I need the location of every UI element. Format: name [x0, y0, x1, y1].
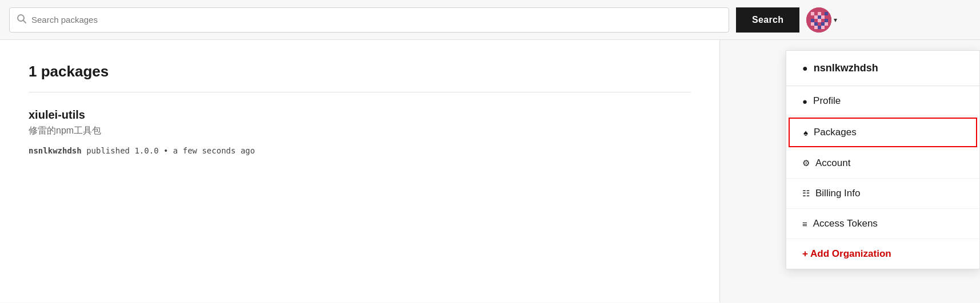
account-icon: ⚙: [802, 158, 810, 168]
avatar: [806, 7, 831, 33]
dropdown-item-add-org[interactable]: + Add Organization: [786, 239, 979, 269]
svg-rect-5: [818, 12, 821, 15]
svg-rect-25: [818, 26, 821, 29]
svg-rect-17: [825, 19, 828, 22]
svg-rect-24: [814, 26, 818, 29]
search-container: [9, 7, 729, 33]
svg-rect-10: [818, 15, 821, 19]
svg-line-1: [23, 20, 26, 23]
svg-rect-4: [814, 12, 818, 15]
dropdown-access-tokens-label: Access Tokens: [813, 218, 878, 229]
avatar-wrapper[interactable]: ▾: [806, 7, 837, 33]
dropdown-item-account[interactable]: ⚙ Account: [786, 148, 979, 179]
svg-rect-12: [825, 15, 828, 19]
svg-rect-19: [814, 22, 818, 26]
main-content: 1 packages xiulei-utils 修雷的npm工具包 nsnlkw…: [0, 40, 720, 302]
search-input[interactable]: [31, 15, 722, 25]
svg-rect-23: [811, 26, 814, 29]
billing-icon: ☷: [802, 188, 810, 199]
svg-rect-16: [821, 19, 825, 22]
svg-rect-15: [818, 19, 821, 22]
profile-icon: ●: [802, 96, 807, 106]
header: Search: [0, 0, 980, 40]
svg-rect-18: [811, 22, 814, 26]
svg-rect-14: [814, 19, 818, 22]
access-tokens-icon: ≡: [802, 219, 807, 229]
svg-rect-3: [811, 12, 814, 15]
dropdown-username: ● nsnlkwzhdsh: [786, 51, 979, 86]
dropdown-profile-label: Profile: [813, 95, 841, 107]
package-description: 修雷的npm工具包: [29, 125, 691, 137]
dropdown-item-billing[interactable]: ☷ Billing Info: [786, 179, 979, 209]
svg-rect-22: [825, 22, 828, 26]
avatar-image: [806, 7, 831, 33]
dropdown-menu: ● nsnlkwzhdsh ● Profile ♠ Packages ⚙ Acc…: [786, 50, 980, 269]
dropdown-item-access-tokens[interactable]: ≡ Access Tokens: [786, 209, 979, 239]
dropdown-username-label: nsnlkwzhdsh: [814, 62, 878, 74]
svg-rect-7: [825, 12, 828, 15]
dropdown-billing-label: Billing Info: [815, 188, 860, 199]
dropdown-item-profile[interactable]: ● Profile: [786, 86, 979, 116]
divider: [29, 92, 691, 92]
packages-icon: ♠: [803, 128, 808, 138]
package-meta: nsnlkwzhdsh published 1.0.0 • a few seco…: [29, 146, 691, 155]
user-icon: ●: [802, 63, 808, 74]
svg-rect-27: [825, 26, 828, 29]
svg-rect-26: [821, 26, 825, 29]
svg-rect-8: [811, 15, 814, 19]
search-button[interactable]: Search: [736, 7, 799, 33]
package-publish-info: published 1.0.0 • a few seconds ago: [86, 146, 255, 155]
svg-rect-6: [821, 12, 825, 15]
dropdown-item-packages[interactable]: ♠ Packages: [789, 118, 977, 147]
package-author: nsnlkwzhdsh: [29, 146, 82, 155]
svg-rect-20: [818, 22, 821, 26]
svg-rect-21: [821, 22, 825, 26]
svg-rect-11: [821, 15, 825, 19]
dropdown-account-label: Account: [815, 157, 850, 169]
packages-count-title: 1 packages: [29, 63, 691, 80]
dropdown-arrow-icon: ▾: [834, 16, 837, 24]
search-icon: [17, 14, 27, 26]
package-name: xiulei-utils: [29, 108, 691, 122]
svg-rect-9: [814, 15, 818, 19]
svg-rect-13: [811, 19, 814, 22]
add-org-label: + Add Organization: [802, 248, 891, 260]
dropdown-packages-label: Packages: [814, 127, 857, 138]
